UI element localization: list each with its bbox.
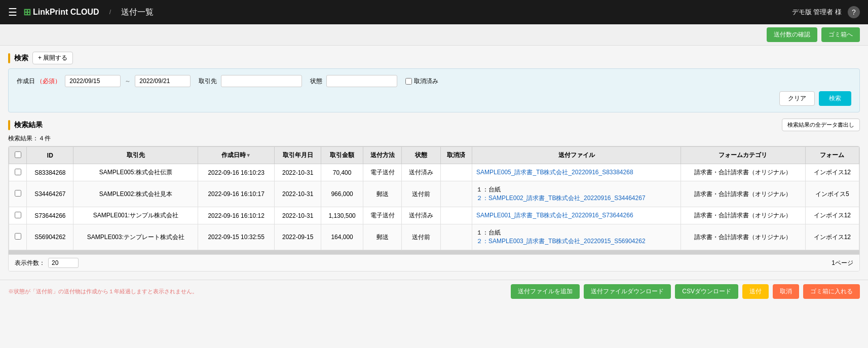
cancel-button[interactable]: 取消 — [773, 284, 799, 299]
bottom-bar: ※状態が「送付前」の送付物は作成から１年経過しますと表示されません。 送付ファイ… — [0, 280, 868, 303]
cancelled-checkbox[interactable] — [405, 78, 412, 85]
file-link[interactable]: ２：SAMPLE002_請求書_TB株式会社_20220916_S3446426… — [476, 195, 646, 202]
date-from-input[interactable] — [65, 75, 121, 87]
table-header-row: ID 取引先 作成日時▼ 取引年月日 取引金額 送付方法 状態 取消済 送付ファ… — [9, 147, 859, 164]
row-id: S73644266 — [27, 207, 73, 224]
status-input[interactable] — [326, 75, 397, 87]
logo-text: LinkPrint CLOUD — [33, 8, 99, 17]
col-category: フォームカテゴリ — [681, 147, 806, 164]
results-table-wrapper: ID 取引先 作成日時▼ 取引年月日 取引金額 送付方法 状態 取消済 送付ファ… — [8, 146, 860, 272]
add-file-button[interactable]: 送付ファイルを追加 — [511, 284, 580, 299]
client-input[interactable] — [221, 75, 302, 87]
row-trade-date: 2022-10-31 — [275, 181, 321, 207]
per-page: 表示件数： — [15, 258, 79, 268]
table-body: S83384268SAMPLE005:株式会社伝票2022-09-16 16:1… — [9, 164, 859, 250]
row-status: 送付前 — [402, 224, 440, 250]
row-amount: 966,000 — [321, 181, 363, 207]
table-row: S56904262SAMPLE003:テンプレート株式会社2022-09-15 … — [9, 224, 859, 250]
row-trade-date: 2022-09-15 — [275, 224, 321, 250]
date-label: 作成日 （必須） — [17, 77, 61, 86]
row-amount: 1,130,500 — [321, 207, 363, 224]
results-section-header: 検索結果 検索結果の全データ書出し — [8, 119, 860, 131]
row-cancelled — [440, 207, 472, 224]
row-cancelled — [440, 224, 472, 250]
table-header: ID 取引先 作成日時▼ 取引年月日 取引金額 送付方法 状態 取消済 送付ファ… — [9, 147, 859, 164]
help-button[interactable]: ? — [848, 6, 860, 18]
row-method: 郵送 — [363, 181, 401, 207]
col-client: 取引先 — [73, 147, 198, 164]
row-files: SAMPLE005_請求書_TB株式会社_20220916_S83384268 — [472, 164, 681, 181]
row-status: 送付前 — [402, 181, 440, 207]
user-info: デモ版 管理者 様 — [792, 8, 842, 17]
row-created: 2022-09-16 16:10:12 — [198, 207, 275, 224]
per-page-input[interactable] — [48, 258, 79, 268]
results-section-accent — [8, 120, 10, 130]
row-checkbox[interactable] — [15, 169, 21, 175]
date-field: 作成日 （必須） ～ — [17, 75, 191, 87]
row-created: 2022-09-15 10:32:55 — [198, 224, 275, 250]
page-info: 1ページ — [832, 259, 853, 267]
col-cancelled: 取消済 — [440, 147, 472, 164]
col-id: ID — [27, 147, 73, 164]
row-created: 2022-09-16 16:10:17 — [198, 181, 275, 207]
search-section-header: 検索 + 展開する — [8, 52, 860, 64]
col-created[interactable]: 作成日時▼ — [198, 147, 275, 164]
row-id: S83384268 — [27, 164, 73, 181]
confirm-count-button[interactable]: 送付数の確認 — [767, 27, 817, 42]
row-files: SAMPLE001_請求書_TB株式会社_20220916_S73644266 — [472, 207, 681, 224]
row-checkbox-cell — [9, 164, 27, 181]
row-checkbox[interactable] — [15, 212, 21, 218]
row-checkbox[interactable] — [15, 233, 21, 240]
file-link[interactable]: SAMPLE001_請求書_TB株式会社_20220916_S73644266 — [476, 212, 633, 219]
row-method: 電子送付 — [363, 207, 401, 224]
file-link[interactable]: SAMPLE005_請求書_TB株式会社_20220916_S83384268 — [476, 169, 633, 176]
download-button[interactable]: 送付ファイルダウンロード — [584, 284, 671, 299]
cancelled-label[interactable]: 取消済み — [405, 77, 438, 86]
results-table: ID 取引先 作成日時▼ 取引年月日 取引金額 送付方法 状態 取消済 送付ファ… — [9, 146, 859, 250]
table-footer: 表示件数： 1ページ — [9, 254, 859, 271]
row-checkbox-cell — [9, 207, 27, 224]
clear-button[interactable]: クリア — [779, 91, 815, 106]
horizontal-scrollbar[interactable] — [9, 250, 859, 254]
row-form: インボイス12 — [805, 207, 859, 224]
row-trade-date: 2022-10-31 — [275, 164, 321, 181]
per-page-label: 表示件数： — [15, 259, 45, 267]
status-label: 状態 — [310, 77, 322, 86]
page-title: 送付一覧 — [121, 7, 154, 18]
results-header-left: 検索結果 — [8, 120, 43, 130]
header-right: デモ版 管理者 様 ? — [792, 6, 860, 18]
row-checkbox[interactable] — [15, 190, 21, 197]
col-status: 状態 — [402, 147, 440, 164]
separator: / — [109, 9, 111, 16]
result-count: 検索結果：４件 — [8, 134, 860, 143]
client-label: 取引先 — [199, 77, 217, 86]
table-row: S83384268SAMPLE005:株式会社伝票2022-09-16 16:1… — [9, 164, 859, 181]
file-name: １：台紙 — [476, 229, 501, 236]
send-button[interactable]: 送付 — [742, 284, 769, 299]
hamburger-icon[interactable]: ☰ — [8, 6, 17, 18]
row-id: S56904262 — [27, 224, 73, 250]
trash-button[interactable]: ゴミ箱へ — [821, 27, 860, 42]
select-all-checkbox[interactable] — [15, 151, 21, 158]
row-category: 請求書・合計請求書（オリジナル） — [681, 207, 806, 224]
search-button[interactable]: 検索 — [819, 91, 851, 106]
csv-button[interactable]: CSVダウンロード — [675, 284, 738, 299]
move-trash-button[interactable]: ゴミ箱に入れる — [803, 284, 860, 299]
row-category: 請求書・合計請求書（オリジナル） — [681, 164, 806, 181]
col-trade-date: 取引年月日 — [275, 147, 321, 164]
search-box: 作成日 （必須） ～ 取引先 状態 取消済み — [8, 68, 860, 112]
row-method: 電子送付 — [363, 164, 401, 181]
row-form: インボイス5 — [805, 181, 859, 207]
expand-button[interactable]: + 展開する — [32, 52, 73, 64]
row-files: １：台紙２：SAMPLE003_請求書_TB株式会社_20220915_S569… — [472, 224, 681, 250]
row-id: S34464267 — [27, 181, 73, 207]
row-form: インボイス12 — [805, 224, 859, 250]
row-cancelled — [440, 181, 472, 207]
date-to-input[interactable] — [135, 75, 191, 87]
bottom-note: ※状態が「送付前」の送付物は作成から１年経過しますと表示されません。 — [8, 288, 198, 295]
status-field: 状態 — [310, 75, 397, 87]
export-button[interactable]: 検索結果の全データ書出し — [782, 119, 860, 131]
file-link[interactable]: ２：SAMPLE003_請求書_TB株式会社_20220915_S5690426… — [476, 238, 646, 245]
sub-header: 送付数の確認 ゴミ箱へ — [0, 24, 868, 46]
row-category: 請求書・合計請求書（オリジナル） — [681, 224, 806, 250]
